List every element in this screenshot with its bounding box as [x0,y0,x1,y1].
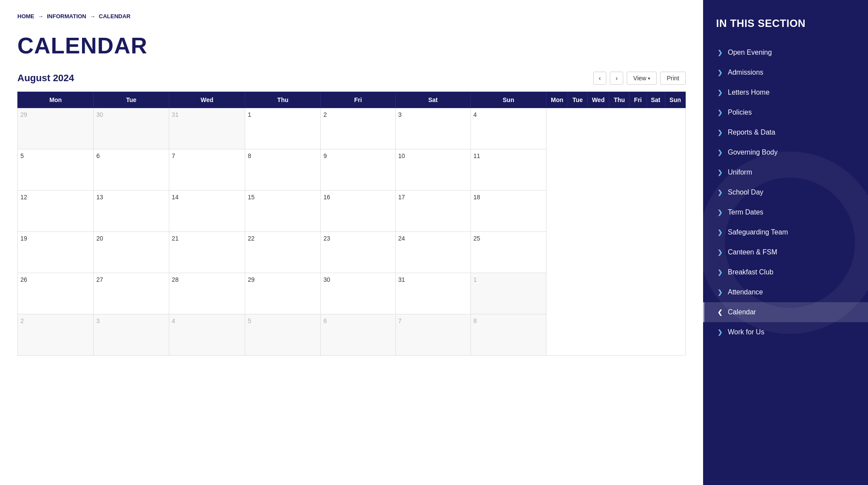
calendar-day-cell[interactable]: 6 [321,314,395,356]
day-number: 6 [96,152,100,159]
sidebar-item-admissions[interactable]: ❯Admissions [703,63,868,82]
calendar-month-year: August 2024 [17,73,74,84]
day-number: 20 [96,235,103,242]
breadcrumb-home[interactable]: HOME [17,13,34,20]
day-number: 29 [248,276,255,283]
view-button[interactable]: View ▾ [627,72,657,85]
calendar-day-cell[interactable]: 15 [245,191,321,232]
sidebar-item-label: School Day [728,188,763,196]
sidebar-item-calendar[interactable]: ❮Calendar [703,302,868,322]
calendar-day-cell[interactable]: 4 [470,108,546,149]
calendar-day-cell[interactable]: 23 [321,232,395,273]
calendar-day-cell[interactable]: 8 [470,314,546,356]
calendar-day-cell[interactable]: 30 [321,273,395,314]
calendar-day-header: Wed [587,92,609,108]
day-number: 1 [248,111,251,118]
calendar-day-cell[interactable]: 24 [395,232,470,273]
day-number: 4 [172,317,175,324]
sidebar-item-term-dates[interactable]: ❯Term Dates [703,202,868,222]
calendar-day-cell[interactable]: 29 [245,273,321,314]
sidebar-item-canteen-fsm[interactable]: ❯Canteen & FSM [703,242,868,262]
calendar-week-row: 567891011 [18,149,686,191]
calendar-day-cell[interactable]: 11 [470,149,546,191]
sidebar-item-safeguarding-team[interactable]: ❯Safeguarding Team [703,222,868,242]
day-number: 8 [473,317,477,324]
chevron-icon: ❯ [717,249,723,256]
calendar-day-cell[interactable]: 6 [94,149,169,191]
calendar-day-cell[interactable]: 2 [18,314,94,356]
sidebar-item-label: Work for Us [728,328,764,336]
day-number: 25 [473,235,480,242]
calendar-day-cell[interactable]: 5 [18,149,94,191]
prev-month-button[interactable]: ‹ [593,72,607,85]
day-number: 4 [473,111,477,118]
sidebar-item-uniform[interactable]: ❯Uniform [703,162,868,182]
calendar-day-cell[interactable]: 31 [395,273,470,314]
chevron-icon: ❯ [717,209,723,216]
sidebar-item-work-for-us[interactable]: ❯Work for Us [703,322,868,342]
sidebar-item-open-evening[interactable]: ❯Open Evening [703,43,868,63]
calendar-day-cell[interactable]: 25 [470,232,546,273]
calendar-day-cell[interactable]: 29 [18,108,94,149]
calendar-day-cell[interactable]: 4 [169,314,245,356]
calendar-day-cell[interactable]: 14 [169,191,245,232]
day-number: 29 [20,111,27,118]
sidebar-item-breakfast-club[interactable]: ❯Breakfast Club [703,262,868,282]
sidebar-item-label: Canteen & FSM [728,248,777,256]
calendar-day-cell[interactable]: 12 [18,191,94,232]
sidebar-item-label: Term Dates [728,208,763,216]
day-number: 17 [398,194,405,201]
day-number: 28 [172,276,179,283]
calendar-day-cell[interactable]: 7 [395,314,470,356]
calendar-day-cell[interactable]: 10 [395,149,470,191]
day-number: 7 [398,317,402,324]
calendar-day-cell[interactable]: 16 [321,191,395,232]
print-button[interactable]: Print [660,72,686,85]
sidebar-item-attendance[interactable]: ❯Attendance [703,282,868,302]
sidebar-item-label: Attendance [728,288,763,296]
chevron-icon: ❯ [717,129,723,136]
calendar-day-cell[interactable]: 28 [169,273,245,314]
chevron-icon: ❯ [717,269,723,276]
calendar-day-cell[interactable]: 1 [470,273,546,314]
chevron-icon: ❯ [717,229,723,236]
day-number: 7 [172,152,175,159]
sidebar-item-school-day[interactable]: ❯School Day [703,182,868,202]
calendar-week-row: 19202122232425 [18,232,686,273]
calendar-day-cell[interactable]: 8 [245,149,321,191]
calendar-day-cell[interactable]: 20 [94,232,169,273]
calendar-day-cell[interactable]: 22 [245,232,321,273]
sidebar-item-reports-data[interactable]: ❯Reports & Data [703,122,868,142]
chevron-icon: ❯ [717,49,723,56]
calendar-day-header: Tue [94,92,169,108]
calendar-day-header: Thu [609,92,630,108]
sidebar-item-label: Safeguarding Team [728,228,788,236]
calendar-day-cell[interactable]: 27 [94,273,169,314]
calendar-week-row: 2627282930311 [18,273,686,314]
calendar-day-cell[interactable]: 17 [395,191,470,232]
calendar-day-cell[interactable]: 21 [169,232,245,273]
calendar-day-cell[interactable]: 13 [94,191,169,232]
day-number: 14 [172,194,179,201]
calendar-day-cell[interactable]: 2 [321,108,395,149]
calendar-day-cell[interactable]: 9 [321,149,395,191]
calendar-day-cell[interactable]: 30 [94,108,169,149]
calendar-day-cell[interactable]: 3 [395,108,470,149]
sidebar-item-governing-body[interactable]: ❯Governing Body [703,142,868,162]
sidebar-item-letters-home[interactable]: ❯Letters Home [703,82,868,102]
sidebar-item-policies[interactable]: ❯Policies [703,102,868,122]
calendar-day-cell[interactable]: 5 [245,314,321,356]
calendar-day-cell[interactable]: 31 [169,108,245,149]
calendar-day-cell[interactable]: 7 [169,149,245,191]
calendar-day-cell[interactable]: 26 [18,273,94,314]
calendar-day-header: Sat [395,92,470,108]
calendar-day-cell[interactable]: 18 [470,191,546,232]
calendar-day-cell[interactable]: 1 [245,108,321,149]
sidebar: IN THIS SECTION ❯Open Evening❯Admissions… [703,0,868,485]
breadcrumb-information[interactable]: INFORMATION [47,13,86,20]
chevron-icon: ❯ [717,109,723,116]
calendar-day-cell[interactable]: 19 [18,232,94,273]
day-number: 24 [398,235,405,242]
next-month-button[interactable]: › [610,72,623,85]
calendar-day-cell[interactable]: 3 [94,314,169,356]
